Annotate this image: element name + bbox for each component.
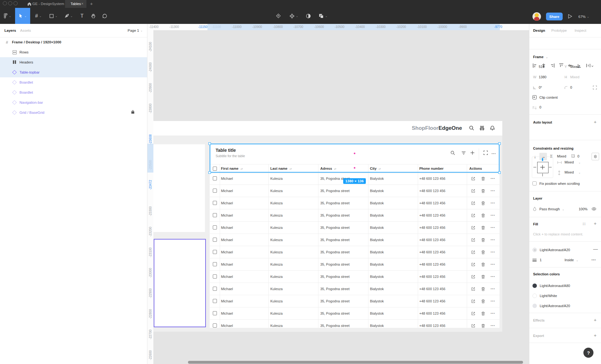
tab-inspect[interactable]: Inspect: [575, 24, 586, 37]
tab-layers[interactable]: Layers: [4, 24, 16, 37]
constraints-widget[interactable]: [532, 157, 553, 178]
h-value[interactable]: Mixed: [570, 75, 579, 79]
tab-design[interactable]: Design: [533, 24, 545, 37]
add-auto-layout-icon[interactable]: +: [594, 119, 597, 124]
distribute-icon[interactable]: [586, 63, 593, 68]
main-menu-button[interactable]: ⌄: [1, 8, 14, 24]
padding-value[interactable]: 0: [577, 154, 579, 158]
fix-position-checkbox[interactable]: [532, 181, 537, 185]
align-right-icon[interactable]: [550, 63, 555, 68]
ruler-label: -10700: [293, 24, 303, 30]
tab-prototype[interactable]: Prototype: [551, 24, 567, 37]
independent-corners-icon[interactable]: [593, 85, 597, 90]
comment-tool-button[interactable]: [99, 8, 111, 24]
window-zoom-button[interactable]: [14, 1, 18, 5]
eye-icon[interactable]: [592, 207, 596, 211]
stroke-color-swatch[interactable]: [532, 248, 537, 252]
window-close-button[interactable]: [3, 1, 7, 5]
mask-button[interactable]: [302, 8, 314, 24]
w-value[interactable]: 1380: [539, 75, 546, 79]
layer-row[interactable]: # Headers: [0, 57, 147, 67]
selection-color-item[interactable]: Light/Astronaut/A20: [529, 301, 601, 311]
styles-icon[interactable]: ∷: [583, 222, 586, 226]
lock-icon[interactable]: [131, 110, 135, 114]
layer-row[interactable]: # Rows: [0, 47, 147, 57]
text-tool-button[interactable]: T: [77, 8, 87, 24]
vertical-ruler[interactable]: -24100-24000-23900-23800-23608-23500-234…: [147, 30, 153, 364]
boolean-groups-button[interactable]: ⌄: [315, 8, 331, 24]
table-component[interactable]: Table title Subtitle for the table ••• F…: [210, 144, 499, 328]
filter-sliders-icon: [479, 125, 485, 131]
layer-row[interactable]: # Frame / Desktop / 1920×1000: [0, 37, 147, 47]
brand-logo: ShopFloorEdgeOne: [412, 121, 462, 135]
add-effect-icon[interactable]: +: [594, 317, 597, 323]
horizontal-ruler[interactable]: -11400-11300-11150-11100-11000-10900-108…: [147, 24, 529, 30]
layer-row[interactable]: # Grid / BaseGrid: [0, 108, 147, 118]
align-top-icon[interactable]: [559, 63, 564, 68]
v-constraint-value[interactable]: Mixed: [565, 170, 574, 174]
corner-radius-value[interactable]: 0: [570, 85, 572, 89]
stroke-color-name[interactable]: Light/Astronaut/A20: [540, 248, 570, 252]
layer-row[interactable]: # Boardlet: [0, 87, 147, 97]
window-minimize-button[interactable]: [8, 1, 12, 5]
frame-section-header[interactable]: Frame ⌄: [533, 55, 548, 59]
new-tab-button[interactable]: +: [88, 0, 95, 8]
add-fill-icon[interactable]: +: [594, 221, 597, 226]
component-icon: [289, 14, 295, 19]
gap-value[interactable]: 0: [539, 105, 541, 109]
home-icon[interactable]: [27, 2, 32, 6]
comment-pin-dot[interactable]: [354, 167, 356, 169]
h-constraint-value[interactable]: Mixed: [565, 160, 574, 164]
layer-row[interactable]: # Table-topbar: [0, 67, 147, 77]
design-navigation-bar[interactable]: ShopFloorEdgeOne: [153, 121, 502, 135]
table-body: Michael Kulesza 35, Pogodna street Bialy…: [210, 173, 499, 332]
share-button[interactable]: Share: [546, 13, 563, 20]
blend-mode-value[interactable]: Pass through ⌄: [539, 207, 564, 211]
stroke-options-icon[interactable]: •••: [592, 258, 596, 262]
create-component-button[interactable]: ⌄: [286, 8, 302, 24]
stroke-align-value[interactable]: Inside ⌄: [565, 258, 578, 262]
help-button[interactable]: ?: [583, 348, 593, 358]
selection-handle-bottom-left[interactable]: [208, 171, 211, 174]
canvas[interactable]: ShopFloorEdgeOne Table title Subtitle fo…: [147, 24, 529, 364]
alignment-widget-icon[interactable]: [592, 153, 599, 160]
pen-tool-button[interactable]: ⌄: [62, 8, 75, 24]
present-button[interactable]: [568, 14, 572, 19]
selection-handle-bottom-right[interactable]: [498, 171, 501, 174]
selection-handle-top-left[interactable]: [208, 142, 211, 145]
stroke-weight-value[interactable]: 1: [540, 258, 542, 262]
selection-handle-top-right[interactable]: [498, 142, 501, 145]
row-checkbox: [213, 323, 217, 328]
sort-icon: ↓↑: [240, 167, 243, 170]
tab-ge-designsystem[interactable]: GE - DesignSystem: [32, 0, 64, 8]
comment-pin-dot[interactable]: [354, 153, 356, 154]
boardlet-card[interactable]: [153, 144, 205, 232]
rotation-value[interactable]: 0°: [539, 85, 542, 89]
frame-tool-button[interactable]: # ⌄: [31, 8, 45, 24]
add-export-icon[interactable]: +: [594, 333, 597, 338]
hand-tool-button[interactable]: [87, 8, 99, 24]
x-value[interactable]: 516: [539, 65, 544, 69]
remove-stroke-icon[interactable]: —: [593, 246, 598, 251]
row-checkbox: [213, 189, 217, 193]
row-more-icon: •••: [491, 312, 495, 316]
shape-tool-button[interactable]: ⌄: [47, 8, 60, 24]
y-value[interactable]: Mixed: [570, 65, 579, 69]
chevron-down-icon: ⌄: [578, 161, 581, 164]
page-selector[interactable]: Page 1⌄: [128, 24, 143, 37]
layer-row[interactable]: # Boardlet: [0, 77, 147, 87]
boardlet-card-selected-outline[interactable]: [154, 239, 206, 327]
selection-color-item[interactable]: Light/Astronaut/A80: [529, 281, 601, 291]
zoom-menu[interactable]: 67% ⌄: [578, 13, 589, 20]
selection-color-item[interactable]: Light/White: [529, 291, 601, 301]
tab-close-icon[interactable]: ×: [79, 0, 85, 8]
spacing-value[interactable]: Mixed: [557, 154, 566, 158]
opacity-value[interactable]: 100%: [579, 207, 587, 211]
move-tool-button[interactable]: ⌄: [15, 8, 30, 24]
edit-object-button[interactable]: [272, 8, 284, 24]
layer-row[interactable]: # Navigation-bar: [0, 97, 147, 108]
horizontal-scrollbar[interactable]: [188, 361, 523, 364]
tab-assets[interactable]: Assets: [20, 24, 31, 37]
clip-content-checkbox[interactable]: [532, 95, 537, 99]
avatar[interactable]: [532, 12, 541, 21]
